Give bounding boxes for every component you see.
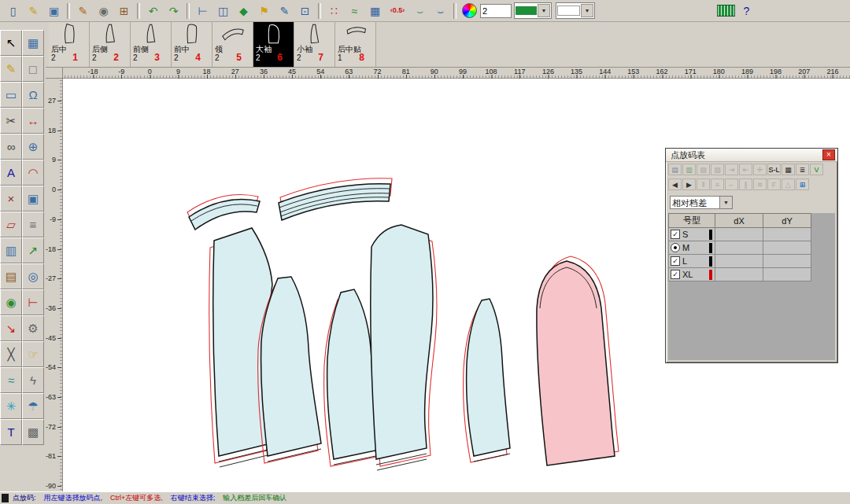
target-tool[interactable]: ⊕	[22, 134, 44, 160]
measure2-tool[interactable]: ⊢	[22, 289, 44, 315]
pattern-grid-tool[interactable]: ▦	[22, 30, 44, 56]
new-file-icon[interactable]: ▯	[3, 2, 23, 20]
line-width-input[interactable]	[480, 4, 512, 18]
next-point-icon[interactable]: ▶	[682, 178, 696, 190]
piece-name: 后侧	[90, 45, 130, 53]
work-table-icon[interactable]: ⊞	[114, 2, 134, 20]
dy-cell[interactable]	[763, 255, 811, 268]
cut-tool[interactable]: ×	[0, 186, 22, 212]
fill-color-select[interactable]: ▼	[514, 2, 552, 19]
pattern-tab-5[interactable]: 领 2 5	[213, 22, 253, 67]
spiral-tool[interactable]: ◉	[0, 289, 22, 315]
layers-colors-icon[interactable]: ⊞	[796, 178, 809, 190]
glasses-tool[interactable]: ∞	[0, 134, 22, 160]
star-tool[interactable]: ✳	[0, 393, 22, 419]
gear-tool[interactable]: ⚙	[22, 315, 44, 341]
umbrella-tool[interactable]: ☂	[22, 393, 44, 419]
pencil-tool[interactable]: ✎	[0, 56, 22, 82]
bag-tool[interactable]: ▱	[0, 212, 22, 237]
ruler-label: 90	[431, 68, 438, 75]
paste-grade-icon[interactable]: ▥	[682, 164, 696, 175]
dialog-toolbar-row1: ▤▥▧▨⇥⇤✛S-L▦≣V	[666, 162, 837, 177]
chart-tool[interactable]: ▥	[0, 237, 22, 263]
piece-small-sleeve[interactable]	[467, 299, 510, 456]
hatch-grid-tool[interactable]: ▩	[22, 419, 44, 445]
seam-allowance-icon[interactable]: ⌣	[410, 2, 430, 20]
size-range-icon[interactable]: S-L	[767, 164, 781, 175]
dx-cell[interactable]	[715, 228, 763, 241]
size-checkbox[interactable]: ✓	[671, 270, 680, 279]
pattern-piece-bar: 后中 2 1 后侧 2 2 前侧 2 3 前中 2 4 领 2 5 大	[0, 22, 850, 68]
lightning-tool[interactable]: ϟ	[22, 367, 44, 393]
pattern-tab-8[interactable]: 后中贴 1 8	[335, 22, 376, 67]
redo-icon[interactable]: ↷	[164, 2, 183, 20]
dx-cell[interactable]	[715, 268, 763, 281]
pattern-piece-icon[interactable]: ◆	[234, 2, 253, 20]
paint-brush-icon[interactable]: ✎	[275, 2, 294, 20]
save-icon[interactable]: ▣	[44, 2, 64, 20]
pattern-tab-3[interactable]: 前侧 2 3	[131, 22, 172, 67]
select-arrow-tool[interactable]: ↖	[0, 30, 22, 56]
binocular-tool[interactable]: ◎	[22, 263, 44, 289]
dialog-titlebar[interactable]: 点放码表 ×	[666, 149, 837, 162]
dy-cell[interactable]	[763, 228, 811, 241]
window-grid-icon[interactable]: ◫	[213, 2, 233, 20]
ruler-tool[interactable]: ↔	[22, 108, 44, 134]
arc-tool[interactable]: ◠	[22, 160, 44, 186]
help-icon[interactable]: ?	[737, 2, 756, 20]
size-checkbox[interactable]: ✓	[671, 256, 680, 266]
printer-tool[interactable]: ≡	[22, 212, 44, 237]
camera-icon[interactable]: ◉	[94, 2, 113, 20]
book-tool[interactable]: ▤	[0, 263, 22, 289]
wave-tool[interactable]: ≈	[0, 367, 22, 393]
piece-quantity: 2	[215, 53, 220, 62]
pattern-tab-7[interactable]: 小袖 2 7	[294, 22, 335, 67]
size-radio[interactable]	[671, 243, 680, 252]
dy-cell[interactable]	[763, 241, 811, 255]
red-arrow-tool[interactable]: ↘	[0, 315, 22, 341]
notch-width-icon[interactable]: ‹0.5›	[386, 2, 409, 20]
pattern-tab-1[interactable]: 后中 2 1	[49, 22, 90, 67]
text-tool[interactable]: A	[0, 160, 22, 186]
line-style-select[interactable]: ▼	[556, 2, 595, 19]
dx-cell[interactable]	[715, 241, 763, 255]
size-checkbox[interactable]: ✓	[671, 230, 680, 239]
forward-arrow-tool[interactable]: ↗	[22, 237, 44, 263]
piece-front-center[interactable]	[371, 225, 433, 459]
scatter-chart-icon[interactable]: ∷	[324, 2, 344, 20]
glue-brush-icon[interactable]: ✎	[73, 2, 93, 20]
sewing-machine-tool[interactable]: ▣	[22, 186, 44, 212]
table-view-icon[interactable]: ▦	[782, 164, 795, 175]
dy-cell[interactable]	[763, 268, 811, 281]
eraser-tool[interactable]: ◻	[22, 56, 44, 82]
apply-check-icon[interactable]: V	[810, 164, 823, 175]
boot-pattern-tool[interactable]: Ω	[22, 82, 44, 108]
prev-point-icon[interactable]: ◀	[668, 178, 682, 190]
pattern-tab-2[interactable]: 后侧 2 2	[90, 22, 131, 67]
flowchart-icon[interactable]: ⊡	[295, 2, 315, 20]
flag-tool-icon[interactable]: ⚑	[254, 2, 274, 20]
scissors-tool[interactable]: ✂	[0, 108, 22, 134]
list-view-icon[interactable]: ≣	[796, 164, 809, 175]
grade-mode-select[interactable]: 相对档差 ▼	[670, 196, 733, 209]
hand-tool[interactable]: ☞	[22, 341, 44, 367]
notebook-icon[interactable]: ✎	[24, 2, 43, 20]
measure-icon[interactable]: ⊢	[193, 2, 213, 20]
knife-tool[interactable]: ╳	[0, 341, 22, 367]
close-icon[interactable]: ×	[822, 149, 835, 160]
rect-select-tool[interactable]: ▭	[0, 82, 22, 108]
t-text-tool[interactable]: T	[0, 419, 22, 445]
piece-back-side[interactable]	[261, 277, 321, 456]
piece-collar[interactable]	[189, 200, 260, 230]
pattern-tab-6[interactable]: 大袖 2 6	[253, 22, 294, 67]
pattern-tab-4[interactable]: 前中 2 4	[172, 22, 213, 67]
hem-allowance-icon[interactable]: ⌣	[431, 2, 450, 20]
dx-cell[interactable]	[715, 255, 763, 268]
color-wheel-icon[interactable]	[460, 2, 479, 20]
chevron-down-icon[interactable]: ▼	[719, 197, 732, 208]
copy-grade-icon[interactable]: ▤	[668, 164, 682, 175]
line-chart-icon[interactable]: ≈	[345, 2, 364, 20]
marker-film-icon[interactable]	[716, 2, 736, 20]
grid-table-icon[interactable]: ▦	[365, 2, 385, 20]
undo-icon[interactable]: ↶	[143, 2, 163, 20]
